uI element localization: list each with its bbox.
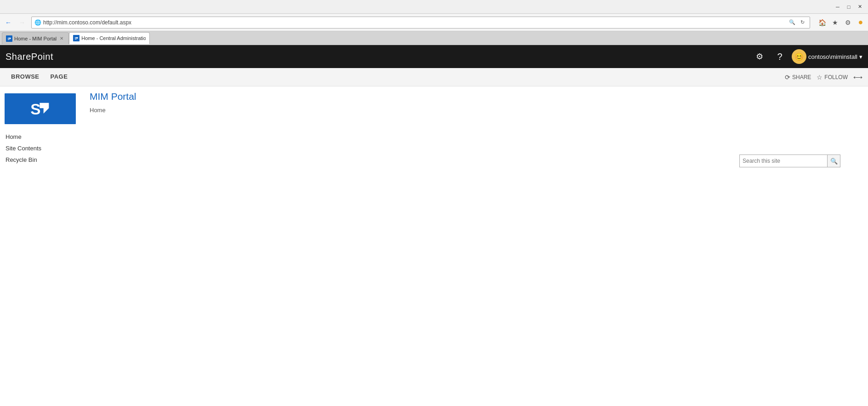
sidebar-item-site-contents[interactable]: Site Contents (0, 143, 80, 154)
tab-mim-portal[interactable]: S Home - MIM Portal ✕ (2, 32, 69, 44)
ribbon: BROWSE PAGE ⟳ SHARE ☆ FOLLOW ⟷ (0, 68, 868, 86)
tabs-bar: S Home - MIM Portal ✕ S Home - Central A… (0, 31, 868, 45)
sp-app-title: SharePoint (6, 51, 53, 62)
user-avatar: 😊 (792, 49, 806, 64)
share-action[interactable]: ⟳ SHARE (785, 74, 811, 81)
sp-app-right: ⚙ ? 😊 contoso\miminstall ▾ (751, 48, 862, 65)
home-browser-icon[interactable]: 🏠 (817, 17, 828, 28)
refresh-button[interactable]: ↻ (798, 18, 807, 27)
minimize-button[interactable]: ─ (833, 2, 842, 11)
sidebar-link-site-contents[interactable]: Site Contents (6, 145, 75, 152)
sidebar-link-home[interactable]: Home (6, 133, 75, 140)
title-bar: ─ □ ✕ (0, 0, 868, 14)
page-content: MIM Portal Home (80, 86, 868, 406)
nav-bar: ← → 🌐 🔍 ↻ 🏠 ★ ⚙ ● (0, 14, 868, 31)
back-button[interactable]: ← (2, 16, 15, 29)
tab-label-mim: Home - MIM Portal (14, 36, 57, 41)
share-label: SHARE (792, 74, 811, 80)
follow-icon: ☆ (817, 74, 823, 81)
search-input[interactable] (740, 158, 827, 164)
tab-favicon-central: S (73, 35, 79, 41)
sidebar-item-home[interactable]: Home (0, 131, 80, 143)
ribbon-actions: ⟳ SHARE ☆ FOLLOW ⟷ (785, 74, 862, 81)
breadcrumb: Home (90, 107, 859, 114)
address-bar[interactable]: 🌐 🔍 ↻ (31, 17, 810, 29)
favorites-icon[interactable]: ★ (829, 17, 840, 28)
follow-label: FOLLOW (824, 74, 848, 80)
sync-icon: ⟷ (853, 74, 862, 81)
sidebar: S Home Site Contents Recycle Bin (0, 86, 80, 406)
ribbon-tab-page[interactable]: PAGE (45, 68, 74, 86)
restore-button[interactable]: □ (844, 2, 853, 11)
tab-central-admin[interactable]: S Home - Central Administration (69, 32, 150, 44)
user-browser-icon[interactable]: ● (855, 17, 866, 28)
browser-right-icons: 🏠 ★ ⚙ ● (817, 17, 866, 28)
search-button[interactable]: 🔍 (827, 155, 840, 167)
ribbon-tab-browse[interactable]: BROWSE (6, 68, 45, 86)
sp-settings-icon[interactable]: ⚙ (751, 48, 768, 65)
user-name: contoso\miminstall (808, 53, 857, 60)
sp-user-menu[interactable]: 😊 contoso\miminstall ▾ (792, 49, 862, 64)
main-area: S Home Site Contents Recycle Bin M (0, 86, 868, 406)
follow-action[interactable]: ☆ FOLLOW (817, 74, 848, 81)
user-dropdown-icon: ▾ (859, 53, 862, 60)
sidebar-nav: Home Site Contents Recycle Bin (0, 131, 80, 166)
tab-label-central: Home - Central Administration (81, 35, 146, 41)
url-input[interactable] (43, 19, 788, 26)
tab-close-mim[interactable]: ✕ (58, 35, 65, 42)
search-area: 🔍 (739, 154, 840, 167)
sp-app-bar: SharePoint ⚙ ? 😊 contoso\miminstall ▾ (0, 45, 868, 68)
share-icon: ⟳ (785, 74, 790, 81)
site-title[interactable]: MIM Portal (90, 91, 859, 102)
sync-action[interactable]: ⟷ (853, 74, 862, 81)
search-address-icon[interactable]: 🔍 (788, 18, 797, 27)
settings-browser-icon[interactable]: ⚙ (842, 17, 853, 28)
close-button[interactable]: ✕ (855, 2, 864, 11)
forward-button: → (16, 16, 28, 29)
sidebar-link-recycle-bin[interactable]: Recycle Bin (6, 156, 75, 163)
svg-text:S: S (30, 100, 40, 117)
browser-window: ─ □ ✕ ← → 🌐 🔍 ↻ 🏠 ★ ⚙ ● (0, 0, 868, 406)
sp-help-icon[interactable]: ? (772, 48, 788, 65)
search-box: 🔍 (739, 154, 840, 167)
site-logo: S (5, 93, 76, 124)
sidebar-item-recycle-bin[interactable]: Recycle Bin (0, 154, 80, 166)
tab-favicon-mim: S (6, 35, 12, 42)
